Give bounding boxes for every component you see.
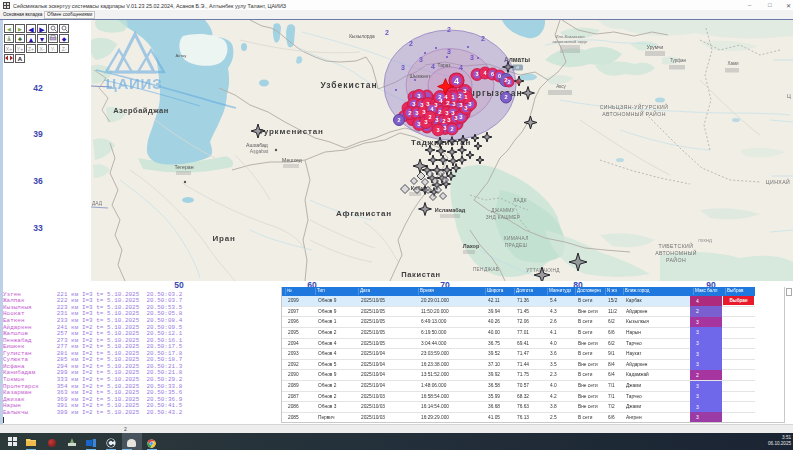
svg-text:ЦИНХАЙ: ЦИНХАЙ: [766, 178, 790, 185]
svg-text:ДЖАММУ: ДЖАММУ: [491, 208, 515, 213]
svg-text:2: 2: [504, 94, 507, 100]
svg-text:РАЙОН: РАЙОН: [666, 256, 686, 263]
svg-text:3: 3: [447, 48, 451, 55]
svg-text:ЗНД КАШМЕР: ЗНД КАШМЕР: [486, 215, 521, 220]
svg-text:ПРАДЕШ: ПРАДЕШ: [505, 243, 527, 248]
svg-text:2: 2: [385, 29, 389, 36]
svg-text:Азербайджан: Азербайджан: [113, 106, 169, 115]
svg-text:Тегеран: Тегеран: [174, 164, 193, 170]
svg-text:2: 2: [447, 26, 451, 33]
svg-text:Аксу: Аксу: [556, 84, 566, 89]
svg-text:2: 2: [507, 79, 510, 85]
svg-text:Туркменистан: Туркменистан: [258, 127, 323, 136]
svg-text:ЦАИИЗ: ЦАИИЗ: [106, 75, 163, 92]
svg-text:т9: т9: [516, 66, 520, 70]
svg-text:6: 6: [491, 71, 494, 77]
svg-text:Афганистан: Афганистан: [336, 209, 392, 218]
svg-text:2: 2: [397, 117, 400, 123]
svg-text:Лахор: Лахор: [463, 243, 480, 249]
svg-text:Урумчи: Урумчи: [647, 45, 664, 50]
svg-text:3: 3: [419, 56, 423, 63]
svg-text:4: 4: [459, 64, 463, 71]
svg-text:Мешхед: Мешхед: [282, 157, 302, 163]
svg-text:Узбекистан: Узбекистан: [320, 80, 377, 90]
svg-text:ЛХКНД: ЛХКНД: [698, 238, 712, 243]
svg-text:ТИБЕТСКИЙ: ТИБЕТСКИЙ: [659, 242, 694, 249]
svg-text:СИНЬЦЗЯН-УЙГУРСКИЙ: СИНЬЦЗЯН-УЙГУРСКИЙ: [600, 103, 669, 110]
svg-text:2: 2: [450, 126, 453, 132]
svg-text:Турфан: Турфан: [670, 58, 686, 63]
svg-text:АВТОНОМНЫЙ РАЙОН: АВТОНОМНЫЙ РАЙОН: [602, 110, 666, 117]
svg-text:Хами: Хами: [727, 61, 739, 66]
svg-text:Кызылорда: Кызылорда: [349, 34, 375, 39]
svg-text:Шымкент: Шымкент: [410, 74, 432, 79]
svg-text:ПЕНДЖАБ: ПЕНДЖАБ: [473, 267, 499, 272]
svg-text:3: 3: [401, 64, 405, 71]
svg-text:Aşgabat: Aşgabat: [250, 148, 269, 154]
svg-text:ЛАДК: ЛАДК: [513, 198, 527, 203]
svg-text:2: 2: [428, 114, 431, 120]
svg-text:2: 2: [409, 40, 413, 47]
svg-text:Пакистан: Пакистан: [401, 270, 440, 279]
svg-text:Актау: Актау: [176, 53, 188, 58]
svg-text:автономный округ: автономный округ: [552, 39, 588, 44]
svg-text:3: 3: [470, 54, 474, 61]
svg-text:4: 4: [431, 63, 435, 70]
svg-text:2: 2: [481, 35, 485, 42]
svg-text:ХИМАЧАЛ: ХИМАЧАЛ: [503, 236, 528, 241]
svg-text:Ц: Ц: [787, 93, 791, 99]
svg-text:АВТОНОМНЫЙ: АВТОНОМНЫЙ: [655, 249, 697, 256]
svg-text:Иран: Иран: [212, 234, 235, 243]
svg-text:Исламабад: Исламабад: [435, 207, 466, 213]
svg-text:Тараз: Тараз: [438, 63, 452, 68]
svg-text:4: 4: [454, 76, 459, 86]
svg-text:3: 3: [475, 71, 478, 77]
svg-text:3: 3: [436, 127, 439, 133]
svg-text:ДАД: ДАД: [92, 201, 103, 206]
svg-text:0: 0: [498, 73, 501, 79]
